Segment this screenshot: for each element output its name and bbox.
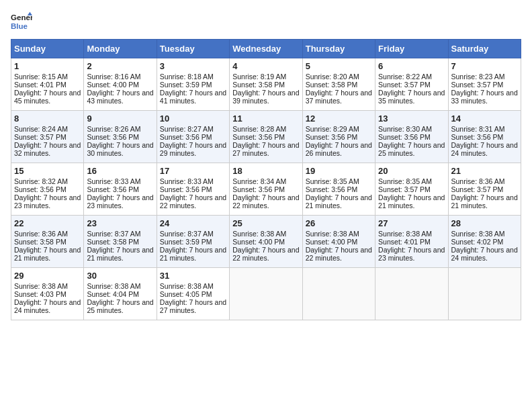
calendar-cell: 14Sunrise: 8:31 AMSunset: 3:56 PMDayligh… [448, 111, 521, 163]
day-number: 13 [378, 113, 445, 124]
sunset: Sunset: 4:04 PM [87, 290, 139, 298]
sunset: Sunset: 3:56 PM [160, 185, 212, 193]
sunset: Sunset: 4:00 PM [306, 238, 358, 246]
daylight: Daylight: 7 hours and 27 minutes. [160, 298, 226, 314]
sunset: Sunset: 3:56 PM [87, 133, 139, 141]
day-number: 30 [87, 271, 153, 281]
calendar-cell: 2Sunrise: 8:16 AMSunset: 4:00 PMDaylight… [84, 58, 157, 111]
day-number: 24 [160, 218, 226, 228]
sunrise: Sunrise: 8:22 AM [378, 73, 432, 81]
sunrise: Sunrise: 8:38 AM [14, 282, 68, 290]
daylight: Daylight: 7 hours and 24 minutes. [451, 141, 518, 157]
day-number: 10 [160, 113, 226, 124]
day-of-week-header: Tuesday [157, 40, 229, 58]
sunrise: Sunrise: 8:24 AM [14, 125, 68, 133]
calendar-cell: 11Sunrise: 8:28 AMSunset: 3:56 PMDayligh… [230, 111, 302, 163]
calendar-cell: 1Sunrise: 8:15 AMSunset: 4:01 PMDaylight… [11, 58, 84, 111]
sunset: Sunset: 3:56 PM [378, 133, 431, 141]
day-number: 16 [87, 166, 153, 176]
sunrise: Sunrise: 8:16 AM [87, 73, 140, 81]
day-number: 9 [87, 113, 153, 124]
sunset: Sunset: 3:57 PM [451, 185, 504, 193]
sunrise: Sunrise: 8:38 AM [160, 282, 214, 290]
sunrise: Sunrise: 8:38 AM [306, 230, 359, 238]
calendar-cell: 19Sunrise: 8:35 AMSunset: 3:56 PMDayligh… [302, 163, 375, 216]
calendar-cell [230, 268, 302, 320]
sunset: Sunset: 3:58 PM [87, 238, 139, 246]
daylight: Daylight: 7 hours and 27 minutes. [232, 141, 299, 157]
day-number: 14 [451, 113, 518, 124]
day-number: 5 [306, 61, 372, 71]
daylight: Daylight: 7 hours and 39 minutes. [232, 89, 299, 105]
day-of-week-header: Wednesday [230, 40, 302, 58]
day-number: 12 [306, 113, 372, 124]
sunset: Sunset: 3:56 PM [232, 133, 285, 141]
logo-icon: General Blue [11, 11, 32, 32]
sunrise: Sunrise: 8:34 AM [232, 177, 286, 185]
sunrise: Sunrise: 8:28 AM [232, 125, 286, 133]
day-number: 6 [378, 61, 445, 71]
sunrise: Sunrise: 8:31 AM [451, 125, 505, 133]
sunset: Sunset: 3:57 PM [378, 185, 431, 193]
day-number: 20 [378, 166, 445, 176]
sunset: Sunset: 4:01 PM [378, 238, 431, 246]
calendar-cell: 15Sunrise: 8:32 AMSunset: 3:56 PMDayligh… [11, 163, 84, 216]
calendar-cell: 10Sunrise: 8:27 AMSunset: 3:56 PMDayligh… [157, 111, 229, 163]
calendar-cell: 7Sunrise: 8:23 AMSunset: 3:57 PMDaylight… [448, 58, 521, 111]
daylight: Daylight: 7 hours and 21 minutes. [87, 246, 153, 262]
sunrise: Sunrise: 8:19 AM [232, 73, 286, 81]
sunrise: Sunrise: 8:35 AM [378, 177, 432, 185]
sunrise: Sunrise: 8:37 AM [87, 230, 140, 238]
calendar-cell: 22Sunrise: 8:36 AMSunset: 3:58 PMDayligh… [11, 216, 84, 268]
daylight: Daylight: 7 hours and 25 minutes. [87, 298, 153, 314]
daylight: Daylight: 7 hours and 23 minutes. [87, 193, 153, 210]
sunrise: Sunrise: 8:37 AM [160, 230, 214, 238]
sunset: Sunset: 3:59 PM [160, 238, 212, 246]
calendar-cell: 5Sunrise: 8:20 AMSunset: 3:58 PMDaylight… [302, 58, 375, 111]
day-of-week-header: Monday [84, 40, 157, 58]
sunset: Sunset: 4:05 PM [160, 290, 212, 298]
day-number: 8 [14, 113, 81, 124]
sunrise: Sunrise: 8:38 AM [87, 282, 140, 290]
sunset: Sunset: 4:02 PM [451, 238, 504, 246]
day-of-week-header: Sunday [11, 40, 84, 58]
daylight: Daylight: 7 hours and 43 minutes. [87, 89, 153, 105]
sunset: Sunset: 3:59 PM [160, 81, 212, 89]
day-number: 7 [451, 61, 518, 71]
daylight: Daylight: 7 hours and 41 minutes. [160, 89, 226, 105]
calendar-cell: 21Sunrise: 8:36 AMSunset: 3:57 PMDayligh… [448, 163, 521, 216]
daylight: Daylight: 7 hours and 30 minutes. [87, 141, 153, 157]
calendar-cell: 16Sunrise: 8:33 AMSunset: 3:56 PMDayligh… [84, 163, 157, 216]
calendar-cell: 27Sunrise: 8:38 AMSunset: 4:01 PMDayligh… [375, 216, 448, 268]
calendar-cell: 9Sunrise: 8:26 AMSunset: 3:56 PMDaylight… [84, 111, 157, 163]
daylight: Daylight: 7 hours and 45 minutes. [14, 89, 81, 105]
sunrise: Sunrise: 8:38 AM [232, 230, 286, 238]
daylight: Daylight: 7 hours and 26 minutes. [306, 141, 372, 157]
sunrise: Sunrise: 8:23 AM [451, 73, 505, 81]
daylight: Daylight: 7 hours and 35 minutes. [378, 89, 445, 105]
calendar-cell: 25Sunrise: 8:38 AMSunset: 4:00 PMDayligh… [230, 216, 302, 268]
sunset: Sunset: 3:57 PM [14, 133, 66, 141]
calendar-cell: 23Sunrise: 8:37 AMSunset: 3:58 PMDayligh… [84, 216, 157, 268]
day-number: 15 [14, 166, 81, 176]
sunset: Sunset: 3:57 PM [378, 81, 431, 89]
sunrise: Sunrise: 8:38 AM [451, 230, 505, 238]
svg-text:Blue: Blue [11, 22, 28, 30]
daylight: Daylight: 7 hours and 37 minutes. [306, 89, 372, 105]
sunrise: Sunrise: 8:18 AM [160, 73, 214, 81]
sunset: Sunset: 3:58 PM [232, 81, 285, 89]
day-number: 23 [87, 218, 153, 228]
calendar-cell: 13Sunrise: 8:30 AMSunset: 3:56 PMDayligh… [375, 111, 448, 163]
daylight: Daylight: 7 hours and 32 minutes. [14, 141, 81, 157]
sunset: Sunset: 3:56 PM [14, 185, 66, 193]
sunset: Sunset: 4:03 PM [14, 290, 66, 298]
calendar-cell: 24Sunrise: 8:37 AMSunset: 3:59 PMDayligh… [157, 216, 229, 268]
sunset: Sunset: 3:56 PM [306, 185, 358, 193]
calendar-cell: 8Sunrise: 8:24 AMSunset: 3:57 PMDaylight… [11, 111, 84, 163]
page-header: General Blue [11, 11, 521, 32]
sunset: Sunset: 3:58 PM [306, 81, 358, 89]
day-number: 4 [232, 61, 299, 71]
day-number: 18 [232, 166, 299, 176]
day-of-week-header: Friday [375, 40, 448, 58]
day-of-week-header: Thursday [302, 40, 375, 58]
